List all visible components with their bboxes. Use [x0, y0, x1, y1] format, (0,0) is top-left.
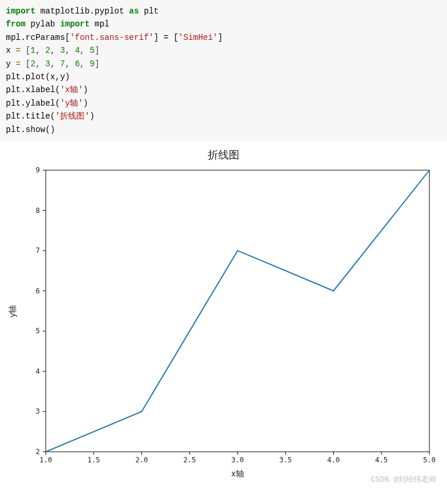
- svg-text:2.0: 2.0: [136, 456, 148, 464]
- code-line: import matplotlib.pyplot as plt: [6, 5, 441, 18]
- svg-text:5: 5: [36, 327, 40, 335]
- keyword-from: from: [6, 19, 26, 29]
- watermark-text: CSDN @刘经纬老师: [0, 474, 447, 485]
- string-literal: 'font.sans-serif': [70, 33, 154, 42]
- keyword-import: import: [6, 6, 35, 16]
- code-line: x = [1, 2, 3, 4, 5]: [6, 44, 441, 57]
- svg-text:2.5: 2.5: [183, 456, 196, 464]
- code-block: import matplotlib.pyplot as plt from pyl…: [0, 0, 447, 141]
- chart-output: 折线图 1.01.52.02.53.03.54.04.55.023456789x…: [0, 141, 447, 483]
- svg-text:y轴: y轴: [8, 305, 17, 317]
- svg-text:6: 6: [36, 287, 40, 295]
- keyword-as: as: [129, 6, 139, 16]
- string-literal: 'SimHei': [178, 33, 218, 42]
- svg-text:2: 2: [36, 448, 40, 456]
- string-literal: '折线图': [55, 111, 90, 121]
- chart-title: 折线图: [5, 148, 442, 162]
- svg-text:9: 9: [36, 166, 40, 174]
- svg-text:4.0: 4.0: [327, 456, 340, 464]
- code-line: from pylab import mpl: [6, 18, 441, 31]
- code-line: plt.plot(x,y): [6, 70, 441, 83]
- svg-text:1.5: 1.5: [87, 456, 100, 464]
- code-line: plt.ylabel('y轴'): [6, 97, 441, 110]
- string-literal: 'x轴': [60, 85, 83, 94]
- line-chart: 1.01.52.02.53.03.54.04.55.023456789x轴y轴: [5, 164, 441, 481]
- code-line: mpl.rcParams['font.sans-serif'] = ['SimH…: [6, 31, 441, 44]
- svg-text:3: 3: [36, 407, 40, 415]
- svg-text:8: 8: [36, 206, 40, 214]
- svg-text:7: 7: [36, 246, 40, 255]
- svg-rect-0: [46, 170, 429, 452]
- code-line: y = [2, 3, 7, 6, 9]: [6, 57, 441, 70]
- string-literal: 'y轴': [60, 99, 83, 108]
- svg-text:3.5: 3.5: [279, 456, 292, 464]
- svg-text:4.5: 4.5: [375, 456, 388, 464]
- code-line: plt.xlabel('x轴'): [6, 83, 441, 96]
- keyword-import: import: [60, 19, 89, 29]
- code-line: plt.title('折线图'): [6, 110, 441, 123]
- svg-text:4: 4: [36, 367, 40, 376]
- svg-text:5.0: 5.0: [423, 456, 436, 464]
- code-line: plt.show(): [6, 123, 441, 136]
- svg-text:3.0: 3.0: [231, 456, 244, 464]
- svg-text:1.0: 1.0: [39, 456, 52, 464]
